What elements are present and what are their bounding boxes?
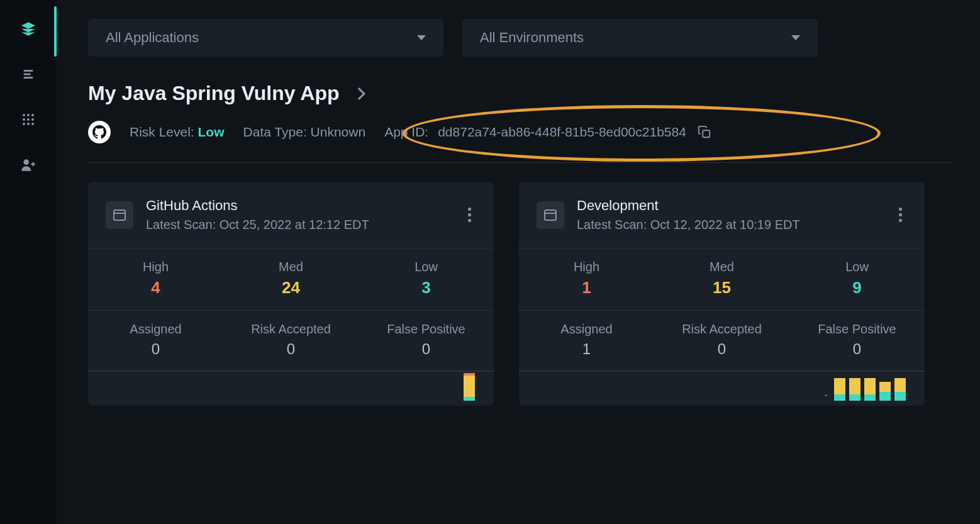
stat-assigned-value: 0 [88,340,223,358]
spark-bar [834,378,845,401]
page-title: My Java Spring Vulny App [88,82,339,105]
scan-date: Oct 25, 2022 at 12:12 EDT [220,218,369,231]
chevron-down-icon [791,35,800,40]
svg-rect-16 [545,210,556,220]
data-type: Data Type: Unknown [243,125,366,140]
card-title: GitHub Actions [146,198,450,214]
severity-med-value: 24 [223,278,359,298]
copy-icon[interactable] [696,123,713,141]
severity-high[interactable]: High 4 [88,248,223,310]
card-header: Development Latest Scan: Oct 12, 2022 at… [519,182,925,248]
card-subtitle: Latest Scan: Oct 12, 2022 at 10:19 EDT [577,218,881,232]
severity-low-value: 3 [359,278,494,298]
stat-fp-label: False Positive [359,322,494,337]
severity-high-value: 4 [88,278,223,298]
severity-high[interactable]: High 1 [519,248,654,310]
scan-card-development: Development Latest Scan: Oct 12, 2022 at… [519,182,925,406]
environments-dropdown[interactable]: All Environments [462,19,818,57]
svg-point-3 [23,114,25,116]
environments-dropdown-label: All Environments [480,30,584,46]
severity-med-label: Med [654,260,789,274]
app-id-group: App ID: dd872a74-ab86-448f-81b5-8ed00c21… [384,123,713,141]
sparkline [88,371,494,406]
svg-point-10 [27,123,30,125]
github-icon[interactable] [88,121,111,143]
severity-high-label: High [519,260,654,274]
stat-accepted-value: 0 [654,340,789,358]
severity-row: High 4 Med 24 Low 3 [88,248,494,311]
browser-icon [537,201,564,229]
filter-bar: All Applications All Environments [88,19,952,57]
risk-level-label: Risk Level: [130,125,194,139]
browser-icon [106,201,133,229]
meta-row: Risk Level: Low Data Type: Unknown App I… [88,121,952,163]
severity-high-value: 1 [519,278,654,298]
title-row: My Java Spring Vulny App [88,82,952,105]
cards-row: GitHub Actions Latest Scan: Oct 25, 2022… [88,182,952,406]
main-content: All Applications All Environments My Jav… [57,0,980,524]
card-header: GitHub Actions Latest Scan: Oct 25, 2022… [88,182,494,248]
sidebar [0,0,57,524]
spark-dash: - [825,389,828,401]
applications-dropdown[interactable]: All Applications [88,19,443,57]
stat-accepted-label: Risk Accepted [223,322,359,337]
svg-rect-13 [703,130,710,137]
scan-card-github-actions: GitHub Actions Latest Scan: Oct 25, 2022… [88,182,494,406]
nav-layers-icon[interactable] [18,19,38,39]
risk-level: Risk Level: Low [130,125,225,140]
chevron-right-icon[interactable] [354,87,366,100]
svg-point-9 [23,123,25,125]
data-type-label: Data Type: [243,125,307,139]
stat-false-positive: False Positive 0 [789,311,925,371]
app-id-value: dd872a74-ab86-448f-81b5-8ed00c21b584 [438,125,686,140]
severity-med-label: Med [223,260,359,274]
severity-high-label: High [88,260,223,274]
severity-row: High 1 Med 15 Low 9 [519,248,925,311]
stat-accepted: Risk Accepted 0 [654,311,789,371]
applications-dropdown-label: All Applications [106,30,199,46]
spark-bar [464,373,475,401]
nav-menu-icon[interactable] [18,64,38,84]
stat-fp-value: 0 [789,340,925,358]
scan-prefix: Latest Scan: [577,218,647,231]
svg-point-5 [31,114,34,116]
stat-fp-label: False Positive [789,322,925,337]
sparkline: - [519,371,925,406]
risk-level-value: Low [198,125,225,139]
spark-bar [894,378,906,401]
nav-add-user-icon[interactable] [18,155,38,175]
stat-accepted-label: Risk Accepted [654,322,789,337]
severity-low[interactable]: Low 9 [789,248,925,310]
severity-low[interactable]: Low 3 [359,248,494,310]
severity-med[interactable]: Med 24 [223,248,359,310]
stat-assigned-value: 1 [519,340,654,358]
scan-date: Oct 12, 2022 at 10:19 EDT [650,218,800,231]
severity-low-value: 9 [789,278,925,298]
card-menu-icon[interactable] [894,203,907,227]
stat-accepted-value: 0 [223,340,359,358]
scan-prefix: Latest Scan: [146,218,216,231]
nav-grid-icon[interactable] [18,109,38,130]
svg-point-7 [27,118,30,121]
stats-row: Assigned 1 Risk Accepted 0 False Positiv… [519,311,925,371]
severity-med[interactable]: Med 15 [654,248,789,310]
svg-point-8 [31,118,34,121]
stats-row: Assigned 0 Risk Accepted 0 False Positiv… [88,311,494,371]
severity-med-value: 15 [654,278,789,298]
severity-low-label: Low [789,260,925,274]
svg-rect-14 [114,210,125,220]
card-menu-icon[interactable] [463,203,476,227]
spark-bar [864,378,876,401]
card-title-block: Development Latest Scan: Oct 12, 2022 at… [577,198,881,232]
stat-accepted: Risk Accepted 0 [223,311,359,371]
app-id-label: App ID: [384,125,428,140]
svg-point-11 [31,123,34,125]
stat-false-positive: False Positive 0 [359,311,494,371]
stat-assigned-label: Assigned [519,322,654,337]
stat-assigned: Assigned 1 [519,311,654,371]
card-title: Development [577,198,881,214]
card-title-block: GitHub Actions Latest Scan: Oct 25, 2022… [146,198,450,232]
svg-point-12 [23,159,29,165]
stat-fp-value: 0 [359,340,494,358]
spark-bar [879,382,891,401]
